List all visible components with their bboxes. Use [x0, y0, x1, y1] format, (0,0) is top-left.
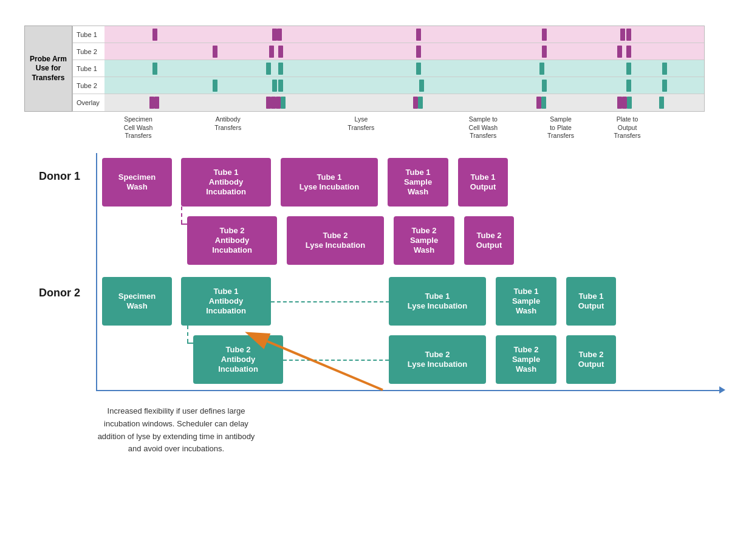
probe-tick	[541, 97, 546, 109]
probe-tracks: Tube 1Tube 2Tube 1Tube 2Overlay	[72, 26, 705, 112]
probe-tick	[266, 63, 271, 75]
d2-tube1-antibody: Tube 1AntibodyIncubation	[181, 277, 271, 326]
probe-tick	[620, 29, 625, 41]
probe-tick	[626, 29, 631, 41]
probe-track-label: Tube 1	[73, 65, 104, 72]
d2-tube1-sample-wash: Tube 1SampleWash	[496, 277, 556, 326]
probe-tick	[278, 63, 283, 75]
probe-track-bar	[104, 26, 704, 43]
probe-track-label: Tube 2	[73, 82, 104, 89]
d2-connector-h2	[187, 343, 193, 344]
probe-arm-label: Probe ArmUse forTransfers	[24, 26, 72, 112]
d2-tube2-sample-wash: Tube 2SampleWash	[496, 335, 556, 384]
d1-tube2-sample-wash: Tube 2SampleWash	[394, 216, 454, 265]
probe-tick	[626, 63, 631, 75]
d2-t1-connector-h	[271, 301, 389, 302]
probe-track-bar	[104, 60, 704, 77]
probe-tick	[154, 97, 159, 109]
vertical-axis	[96, 153, 97, 390]
probe-tick	[281, 97, 286, 109]
d1-connector-v	[181, 207, 182, 224]
d2-connector-v	[187, 326, 188, 343]
probe-tick	[627, 97, 632, 109]
probe-track-bar	[104, 43, 704, 60]
d2-tube2-output: Tube 2Output	[566, 335, 616, 384]
probe-tick	[277, 29, 282, 41]
orange-arrow	[255, 329, 389, 402]
probe-tick	[617, 97, 622, 109]
d1-tube2-output: Tube 2Output	[464, 216, 514, 265]
probe-tick	[272, 80, 277, 92]
probe-tick	[416, 63, 421, 75]
probe-tick	[617, 46, 622, 58]
axis-arrow-icon	[719, 386, 725, 394]
svg-line-1	[267, 341, 383, 390]
probe-tick	[419, 80, 424, 92]
probe-track-tube1: Tube 1	[73, 26, 704, 43]
transfer-label: AntibodyTransfers	[214, 115, 241, 132]
transfer-label: LyseTransfers	[347, 115, 374, 132]
probe-arm-section: Probe ArmUse forTransfers Tube 1Tube 2Tu…	[24, 26, 705, 112]
d1-tube2-antibody: Tube 2AntibodyIncubation	[187, 216, 277, 265]
probe-track-tube2: Tube 2	[73, 43, 704, 60]
probe-tick	[416, 46, 421, 58]
d2-tube1-output: Tube 1Output	[566, 277, 616, 326]
probe-track-overlay: Overlay	[73, 94, 704, 111]
probe-tick	[416, 29, 421, 41]
horizontal-axis	[96, 390, 720, 391]
d1-tube1-output: Tube 1Output	[458, 158, 508, 207]
probe-track-label: Tube 1	[73, 31, 104, 38]
transfer-labels: SpecimenCell WashTransfersAntibodyTransf…	[100, 115, 705, 147]
probe-tick	[539, 63, 544, 75]
probe-tick	[278, 80, 283, 92]
probe-tick	[213, 80, 217, 92]
d1-tube1-sample-wash: Tube 1SampleWash	[388, 158, 448, 207]
transfer-label: SpecimenCell WashTransfers	[124, 115, 152, 140]
probe-track-bar	[104, 94, 704, 111]
d2-tube2-lyse: Tube 2Lyse Incubation	[389, 335, 486, 384]
probe-tick	[213, 46, 217, 58]
probe-tick	[626, 80, 631, 92]
probe-tick	[413, 97, 418, 109]
probe-track-label: Overlay	[73, 99, 104, 106]
probe-tick	[266, 97, 271, 109]
probe-tick	[542, 46, 547, 58]
d1-tube1-antibody: Tube 1AntibodyIncubation	[181, 158, 271, 207]
probe-tick	[269, 46, 274, 58]
transfer-label: Plate toOutputTransfers	[614, 115, 641, 140]
probe-track-tube1: Tube 1	[73, 60, 704, 77]
footnote: Increased flexibility if user defines la…	[79, 405, 273, 456]
probe-tick	[152, 63, 157, 75]
d2-specimen-wash: SpecimenWash	[102, 277, 172, 326]
probe-tick	[418, 97, 423, 109]
probe-track-bar	[104, 77, 704, 94]
probe-tick	[149, 97, 154, 109]
d2-tube1-lyse: Tube 1Lyse Incubation	[389, 277, 486, 326]
probe-tick	[542, 80, 547, 92]
probe-tick	[626, 46, 631, 58]
probe-tick	[276, 97, 281, 109]
donor2-label: Donor 2	[39, 287, 80, 299]
transfer-label: Sample toCell WashTransfers	[469, 115, 498, 140]
d1-connector-h	[181, 224, 187, 225]
probe-tick	[278, 46, 283, 58]
transfer-label: Sampleto PlateTransfers	[547, 115, 574, 140]
probe-tick	[272, 29, 277, 41]
d1-specimen-wash: SpecimenWash	[102, 158, 172, 207]
donor1-label: Donor 1	[39, 170, 80, 183]
probe-tick	[271, 97, 276, 109]
probe-tick	[662, 80, 667, 92]
probe-tick	[542, 29, 547, 41]
probe-tick	[536, 97, 541, 109]
probe-tick	[152, 29, 157, 41]
probe-tick	[659, 97, 664, 109]
probe-track-tube2: Tube 2	[73, 77, 704, 94]
d1-tube2-lyse: Tube 2Lyse Incubation	[287, 216, 384, 265]
probe-tick	[622, 97, 627, 109]
probe-tick	[662, 63, 667, 75]
d1-tube1-lyse: Tube 1Lyse Incubation	[281, 158, 378, 207]
probe-track-label: Tube 2	[73, 48, 104, 55]
timeline-section: Donor 1 SpecimenWash Tube 1AntibodyIncub…	[24, 153, 705, 420]
